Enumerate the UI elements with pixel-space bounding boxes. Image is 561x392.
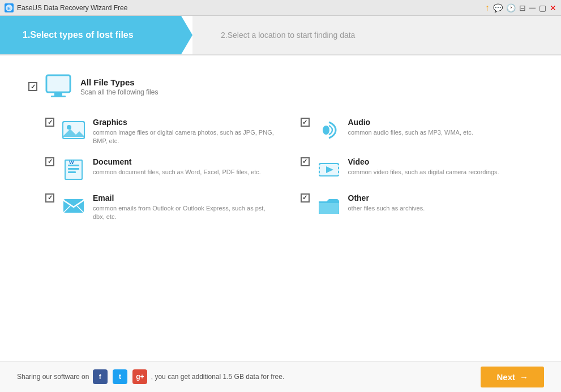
svg-text:W: W bbox=[69, 160, 74, 165]
app-icon: E bbox=[5, 3, 14, 12]
document-name: Document bbox=[93, 157, 278, 166]
main-content: All File Types Scan all the following fi… bbox=[0, 55, 561, 361]
svg-rect-23 bbox=[337, 169, 339, 171]
footer: Sharing our software on f t g+ , you can… bbox=[0, 361, 561, 392]
svg-rect-21 bbox=[319, 173, 321, 175]
step2-label: 2.Select a location to start finding dat… bbox=[221, 31, 355, 40]
other-checkbox[interactable] bbox=[301, 193, 310, 203]
svg-rect-24 bbox=[337, 173, 339, 175]
svg-rect-15 bbox=[68, 171, 76, 173]
graphics-name: Graphics bbox=[93, 118, 278, 127]
other-name: Other bbox=[348, 193, 533, 203]
wizard-header: 1.Select types of lost files 2.Select a … bbox=[0, 16, 561, 55]
all-file-types-info: All File Types Scan all the following fi… bbox=[80, 77, 158, 96]
folder-icon bbox=[316, 193, 341, 218]
clock-icon[interactable]: 🕐 bbox=[506, 3, 516, 12]
twitter-button[interactable]: t bbox=[113, 369, 127, 384]
googleplus-button[interactable]: g+ bbox=[132, 369, 147, 384]
file-type-other: Other other files such as archives. bbox=[301, 193, 533, 222]
svg-point-10 bbox=[323, 126, 329, 135]
svg-rect-19 bbox=[319, 165, 321, 167]
step2-header: 2.Select a location to start finding dat… bbox=[192, 16, 561, 54]
next-button[interactable]: Next → bbox=[481, 367, 544, 387]
video-checkbox[interactable] bbox=[301, 157, 310, 166]
facebook-button[interactable]: f bbox=[93, 369, 108, 384]
app-title: EaseUS Data Recovery Wizard Free bbox=[17, 4, 485, 12]
audio-desc: common audio files, such as MP3, WMA, et… bbox=[348, 128, 533, 137]
svg-rect-26 bbox=[63, 199, 84, 213]
email-checkbox[interactable] bbox=[45, 193, 54, 203]
email-desc: common emails from Outlook or Outlook Ex… bbox=[93, 204, 278, 222]
email-info: Email common emails from Outlook or Outl… bbox=[93, 193, 278, 222]
document-desc: common document files, such as Word, Exc… bbox=[93, 168, 278, 176]
video-name: Video bbox=[348, 157, 533, 166]
video-icon bbox=[316, 157, 341, 182]
all-file-types-title: All File Types bbox=[80, 77, 158, 87]
video-desc: common video files, such as digital came… bbox=[348, 168, 533, 176]
window-maximize-btn[interactable]: ▢ bbox=[539, 3, 546, 12]
graphics-checkbox[interactable] bbox=[45, 118, 54, 127]
chat-icon[interactable]: 💬 bbox=[493, 3, 503, 12]
email-icon bbox=[61, 193, 86, 218]
monitor-icon bbox=[44, 72, 72, 101]
svg-rect-4 bbox=[51, 96, 66, 97]
svg-rect-20 bbox=[319, 169, 321, 171]
audio-icon bbox=[316, 118, 341, 143]
graphics-icon bbox=[61, 118, 86, 143]
minimize-icon[interactable]: ↑ bbox=[485, 3, 490, 13]
other-info: Other other files such as archives. bbox=[348, 193, 533, 213]
svg-text:E: E bbox=[7, 6, 11, 11]
file-type-audio: Audio common audio files, such as MP3, W… bbox=[301, 118, 533, 146]
all-file-types-desc: Scan all the following files bbox=[80, 88, 158, 96]
footer-share-text: Sharing our software on f t g+ , you can… bbox=[17, 369, 481, 384]
settings-icon[interactable]: ⊟ bbox=[519, 3, 526, 12]
audio-name: Audio bbox=[348, 118, 533, 127]
graphics-info: Graphics common image files or digital c… bbox=[93, 118, 278, 146]
step1-header: 1.Select types of lost files bbox=[0, 16, 192, 54]
file-type-email: Email common emails from Outlook or Outl… bbox=[45, 193, 278, 222]
step1-label: 1.Select types of lost files bbox=[23, 30, 134, 40]
file-type-graphics: Graphics common image files or digital c… bbox=[45, 118, 278, 146]
graphics-desc: common image files or digital camera pho… bbox=[93, 128, 278, 146]
document-icon: W bbox=[61, 157, 86, 182]
title-bar: E EaseUS Data Recovery Wizard Free ↑ 💬 🕐… bbox=[0, 0, 561, 16]
file-types-grid: Graphics common image files or digital c… bbox=[28, 118, 533, 222]
svg-point-8 bbox=[67, 125, 71, 130]
next-arrow-icon: → bbox=[520, 372, 528, 382]
window-controls[interactable]: ↑ 💬 🕐 ⊟ ─ ▢ ✕ bbox=[485, 3, 556, 13]
email-name: Email bbox=[93, 193, 278, 203]
file-type-document: W Document common document files, such a… bbox=[45, 157, 278, 182]
video-info: Video common video files, such as digita… bbox=[348, 157, 533, 176]
document-info: Document common document files, such as … bbox=[93, 157, 278, 176]
other-desc: other files such as archives. bbox=[348, 204, 533, 213]
document-checkbox[interactable] bbox=[45, 157, 54, 166]
audio-checkbox[interactable] bbox=[301, 118, 310, 127]
all-file-types-checkbox[interactable] bbox=[28, 82, 37, 91]
file-type-video: Video common video files, such as digita… bbox=[301, 157, 533, 182]
window-close-btn[interactable]: ✕ bbox=[550, 3, 556, 12]
svg-rect-3 bbox=[54, 93, 62, 96]
window-minimize-btn[interactable]: ─ bbox=[529, 3, 536, 13]
svg-rect-5 bbox=[48, 76, 69, 91]
svg-rect-14 bbox=[68, 168, 79, 170]
audio-info: Audio common audio files, such as MP3, W… bbox=[348, 118, 533, 137]
svg-rect-22 bbox=[337, 165, 339, 167]
all-file-types-section: All File Types Scan all the following fi… bbox=[28, 72, 533, 101]
